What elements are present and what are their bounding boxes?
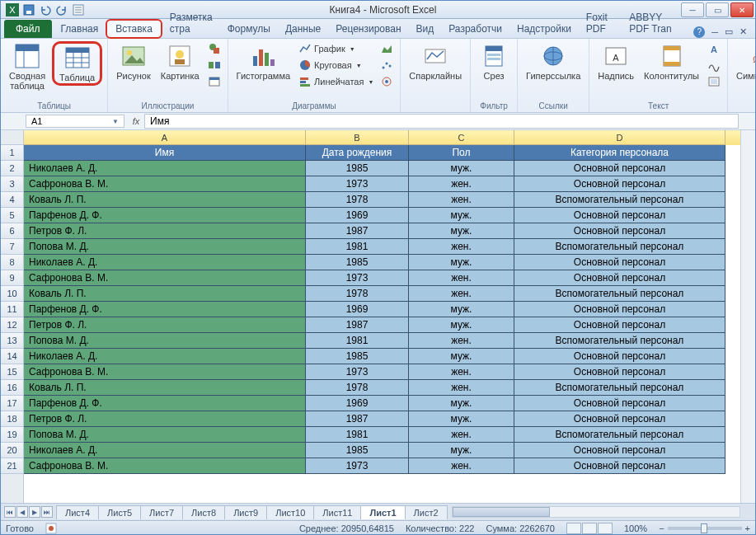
cell-sex[interactable]: муж. bbox=[409, 255, 514, 270]
signature-button[interactable] bbox=[706, 58, 722, 73]
tab-review[interactable]: Рецензирован bbox=[328, 20, 408, 38]
horizontal-scrollbar[interactable] bbox=[452, 506, 740, 518]
doc-close-icon[interactable]: ✕ bbox=[740, 26, 747, 37]
cell-category[interactable]: Вспомогательный персонал bbox=[514, 380, 725, 396]
column-chart-button[interactable]: Гистограмма bbox=[233, 41, 294, 82]
cell-category[interactable]: Основной персонал bbox=[514, 223, 725, 239]
cell-name[interactable]: Сафронова В. М. bbox=[24, 364, 306, 380]
cell-category[interactable]: Вспомогательный персонал bbox=[514, 427, 725, 443]
cell-category[interactable]: Основной персонал bbox=[514, 302, 725, 317]
maximize-button[interactable]: ▭ bbox=[706, 2, 729, 17]
header-name[interactable]: Имя bbox=[24, 145, 306, 161]
cell-year[interactable]: 1981 bbox=[306, 239, 409, 255]
cell-category[interactable]: Вспомогательный персонал bbox=[514, 286, 725, 302]
cell-year[interactable]: 1987 bbox=[306, 223, 409, 239]
row-header[interactable]: 2 bbox=[1, 161, 23, 176]
select-all-corner[interactable] bbox=[1, 130, 23, 145]
tab-foxit[interactable]: Foxit PDF bbox=[579, 8, 622, 38]
cell-category[interactable]: Вспомогательный персонал bbox=[514, 192, 725, 208]
fx-icon[interactable]: fx bbox=[128, 116, 144, 126]
cell-sex[interactable]: муж. bbox=[409, 302, 514, 317]
row-header[interactable]: 6 bbox=[1, 223, 23, 239]
macro-record-icon[interactable] bbox=[45, 523, 57, 534]
sheet-tab[interactable]: Лист9 bbox=[224, 505, 267, 519]
cell-year[interactable]: 1978 bbox=[306, 380, 409, 396]
tab-formulas[interactable]: Формулы bbox=[220, 20, 278, 38]
view-normal-icon[interactable] bbox=[566, 523, 581, 534]
row-header[interactable]: 19 bbox=[1, 427, 23, 443]
cell-name[interactable]: Попова М. Д. bbox=[24, 427, 306, 443]
cell-name[interactable]: Петров Ф. Л. bbox=[24, 411, 306, 427]
cell-sex[interactable]: муж. bbox=[409, 443, 514, 458]
row-header[interactable]: 16 bbox=[1, 380, 23, 396]
cell-name[interactable]: Николаев А. Д. bbox=[24, 161, 306, 176]
header-category[interactable]: Категория персонала bbox=[514, 145, 725, 161]
close-button[interactable]: ✕ bbox=[730, 2, 754, 17]
sheet-tab[interactable]: Лист10 bbox=[266, 505, 314, 519]
sheet-tab[interactable]: Лист1 bbox=[360, 505, 405, 519]
col-header-A[interactable]: A bbox=[24, 130, 306, 145]
cell-sex[interactable]: муж. bbox=[409, 396, 514, 411]
cell-year[interactable]: 1987 bbox=[306, 411, 409, 427]
cell-sex[interactable]: муж. bbox=[409, 317, 514, 333]
tab-developer[interactable]: Разработчи bbox=[441, 20, 509, 38]
cell-name[interactable]: Коваль Л. П. bbox=[24, 286, 306, 302]
header-birth[interactable]: Дата рождения bbox=[306, 145, 409, 161]
cell-category[interactable]: Основной персонал bbox=[514, 349, 725, 364]
picture-button[interactable]: Рисунок bbox=[113, 41, 154, 82]
row-header[interactable]: 14 bbox=[1, 349, 23, 364]
cell-category[interactable]: Основной персонал bbox=[514, 411, 725, 427]
bar-chart-button[interactable]: Линейчатая▼ bbox=[297, 74, 375, 89]
tab-view[interactable]: Вид bbox=[409, 20, 442, 38]
cell-sex[interactable]: жен. bbox=[409, 427, 514, 443]
cell-name[interactable]: Парфенов Д. Ф. bbox=[24, 302, 306, 317]
formula-bar[interactable]: Имя bbox=[144, 114, 739, 129]
row-header[interactable]: 9 bbox=[1, 270, 23, 286]
cell-category[interactable]: Основной персонал bbox=[514, 255, 725, 270]
sheet-tab[interactable]: Лист7 bbox=[140, 505, 183, 519]
cell-category[interactable]: Основной персонал bbox=[514, 161, 725, 176]
cell-category[interactable]: Основной персонал bbox=[514, 443, 725, 458]
cell-year[interactable]: 1973 bbox=[306, 270, 409, 286]
cell-name[interactable]: Николаев А. Д. bbox=[24, 255, 306, 270]
row-header[interactable]: 18 bbox=[1, 411, 23, 427]
col-header-D[interactable]: D bbox=[514, 130, 725, 145]
tab-data[interactable]: Данные bbox=[278, 20, 328, 38]
col-header-C[interactable]: C bbox=[409, 130, 514, 145]
view-layout-icon[interactable] bbox=[582, 523, 597, 534]
help-icon[interactable]: ? bbox=[693, 26, 705, 38]
sheet-tab[interactable]: Лист4 bbox=[56, 505, 99, 519]
row-header[interactable]: 11 bbox=[1, 302, 23, 317]
cell-sex[interactable]: жен. bbox=[409, 192, 514, 208]
cell-sex[interactable]: жен. bbox=[409, 458, 514, 474]
zoom-in-icon[interactable]: + bbox=[745, 523, 750, 533]
cell-category[interactable]: Вспомогательный персонал bbox=[514, 239, 725, 255]
tab-file[interactable]: Файл bbox=[4, 20, 52, 38]
row-header[interactable]: 3 bbox=[1, 176, 23, 192]
other-charts-button[interactable] bbox=[378, 74, 395, 89]
cell-sex[interactable]: жен. bbox=[409, 286, 514, 302]
area-chart-button[interactable] bbox=[378, 41, 395, 56]
table-button[interactable]: Таблица bbox=[52, 41, 102, 86]
sheet-first-icon[interactable]: ⏮ bbox=[4, 506, 16, 518]
doc-restore-icon[interactable]: ▭ bbox=[725, 26, 733, 37]
pie-chart-button[interactable]: Круговая▼ bbox=[297, 58, 375, 73]
cell-category[interactable]: Основной персонал bbox=[514, 317, 725, 333]
cell-name[interactable]: Петров Ф. Л. bbox=[24, 317, 306, 333]
cell-name[interactable]: Петров Ф. Л. bbox=[24, 223, 306, 239]
header-sex[interactable]: Пол bbox=[409, 145, 514, 161]
zoom-slider[interactable] bbox=[668, 527, 742, 530]
clipart-button[interactable]: Картинка bbox=[157, 41, 203, 82]
cell-year[interactable]: 1985 bbox=[306, 443, 409, 458]
symbols-button[interactable]: Ω Символы bbox=[733, 41, 756, 82]
object-button[interactable] bbox=[706, 74, 722, 89]
sheet-tab[interactable]: Лист11 bbox=[313, 505, 361, 519]
cell-sex[interactable]: жен. bbox=[409, 380, 514, 396]
sheet-tab[interactable]: Лист8 bbox=[182, 505, 225, 519]
row-header[interactable]: 13 bbox=[1, 333, 23, 349]
name-box[interactable]: A1▼ bbox=[26, 115, 124, 128]
zoom-out-icon[interactable]: − bbox=[659, 523, 664, 533]
cell-year[interactable]: 1985 bbox=[306, 255, 409, 270]
redo-icon[interactable] bbox=[55, 3, 68, 16]
undo-icon[interactable] bbox=[39, 3, 52, 16]
